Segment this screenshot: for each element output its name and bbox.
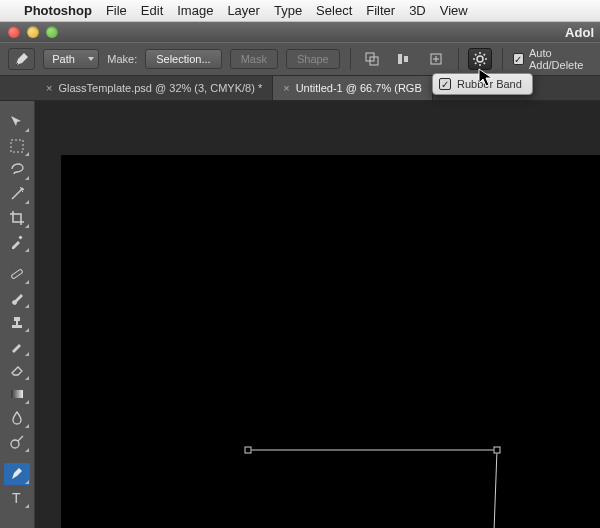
path-ops-icon — [364, 51, 380, 67]
menu-select[interactable]: Select — [316, 3, 352, 18]
svg-line-20 — [18, 436, 23, 441]
pen-tool-options-popover: ✓ Rubber Band — [432, 73, 533, 95]
menu-image[interactable]: Image — [177, 3, 213, 18]
window-minimize-button[interactable] — [27, 26, 39, 38]
pen-tool[interactable] — [4, 463, 30, 485]
divider — [458, 48, 459, 70]
macos-menubar: Photoshop File Edit Image Layer Type Sel… — [0, 0, 600, 22]
wand-icon — [8, 185, 26, 203]
tools-panel: T — [0, 101, 35, 528]
tool-mode-dropdown[interactable]: Path — [43, 49, 99, 69]
divider — [502, 48, 503, 70]
gear-icon — [472, 51, 488, 67]
close-icon[interactable]: × — [283, 82, 289, 94]
marquee-icon — [8, 137, 26, 155]
blur-tool[interactable] — [4, 407, 30, 429]
move-tool[interactable] — [4, 111, 30, 133]
eraser-tool[interactable] — [4, 359, 30, 381]
menu-view[interactable]: View — [440, 3, 468, 18]
brand-label: Adol — [565, 25, 594, 40]
svg-line-11 — [484, 63, 485, 64]
tool-mode-label: Path — [52, 53, 75, 65]
brush-tool[interactable] — [4, 287, 30, 309]
tab-title: GlassTemplate.psd @ 32% (3, CMYK/8) * — [58, 82, 262, 94]
marquee-tool[interactable] — [4, 135, 30, 157]
rubber-band-label: Rubber Band — [457, 78, 522, 90]
svg-rect-17 — [11, 269, 23, 279]
svg-point-19 — [11, 440, 19, 448]
type-icon: T — [8, 489, 26, 507]
document-tab[interactable]: × GlassTemplate.psd @ 32% (3, CMYK/8) * — [36, 76, 273, 100]
align-icon — [396, 51, 412, 67]
current-tool-indicator[interactable] — [8, 48, 35, 70]
eyedropper-tool[interactable] — [4, 231, 30, 253]
clone-stamp-tool[interactable] — [4, 311, 30, 333]
auto-add-delete-option[interactable]: ✓ Auto Add/Delete — [513, 47, 600, 71]
svg-rect-18 — [11, 390, 23, 398]
make-shape-button[interactable]: Shape — [286, 49, 340, 69]
close-icon[interactable]: × — [46, 82, 52, 94]
window-close-button[interactable] — [8, 26, 20, 38]
rubber-band-checkbox[interactable]: ✓ — [439, 78, 451, 90]
lasso-icon — [8, 161, 26, 179]
svg-line-12 — [475, 63, 476, 64]
arrange-icon — [428, 51, 444, 67]
gradient-icon — [8, 385, 26, 403]
gear-options-button[interactable] — [468, 48, 492, 70]
lasso-tool[interactable] — [4, 159, 30, 181]
path-overlay — [61, 155, 600, 528]
tab-title: Untitled-1 @ 66.7% (RGB — [296, 82, 422, 94]
app-menu[interactable]: Photoshop — [24, 3, 92, 18]
path-arrangement-button[interactable] — [424, 48, 448, 70]
divider — [350, 48, 351, 70]
history-brush-tool[interactable] — [4, 335, 30, 357]
path-operations-button[interactable] — [361, 48, 385, 70]
options-bar: Path Make: Selection... Mask Shape ✓ Aut… — [0, 42, 600, 76]
bandaid-icon — [8, 265, 26, 283]
svg-rect-14 — [11, 140, 23, 152]
canvas-area[interactable] — [35, 101, 600, 528]
svg-rect-2 — [398, 54, 402, 64]
make-selection-button[interactable]: Selection... — [145, 49, 221, 69]
auto-add-delete-label: Auto Add/Delete — [529, 47, 600, 71]
document-canvas[interactable] — [61, 155, 600, 528]
document-tab[interactable]: × Untitled-1 @ 66.7% (RGB — [273, 76, 433, 100]
path-anchor[interactable] — [494, 447, 501, 454]
menu-file[interactable]: File — [106, 3, 127, 18]
svg-line-10 — [475, 54, 476, 55]
menu-filter[interactable]: Filter — [366, 3, 395, 18]
gradient-tool[interactable] — [4, 383, 30, 405]
dodge-icon — [8, 433, 26, 451]
make-mask-button[interactable]: Mask — [230, 49, 278, 69]
pen-tool-icon — [13, 50, 31, 68]
brush-icon — [8, 289, 26, 307]
healing-brush-tool[interactable] — [4, 263, 30, 285]
pen-icon — [8, 465, 26, 483]
auto-add-delete-checkbox[interactable]: ✓ — [513, 53, 524, 65]
menu-type[interactable]: Type — [274, 3, 302, 18]
crop-tool[interactable] — [4, 207, 30, 229]
path-alignment-button[interactable] — [392, 48, 416, 70]
menu-3d[interactable]: 3D — [409, 3, 426, 18]
type-tool[interactable]: T — [4, 487, 30, 509]
svg-rect-16 — [18, 235, 22, 239]
history-brush-icon — [8, 337, 26, 355]
dodge-tool[interactable] — [4, 431, 30, 453]
move-icon — [8, 113, 26, 131]
magic-wand-tool[interactable] — [4, 183, 30, 205]
workspace: T — [0, 101, 600, 528]
path-anchor[interactable] — [245, 447, 252, 454]
menu-edit[interactable]: Edit — [141, 3, 163, 18]
menu-layer[interactable]: Layer — [227, 3, 260, 18]
eyedropper-icon — [8, 233, 26, 251]
blur-icon — [8, 409, 26, 427]
window-titlebar: Adol — [0, 22, 600, 42]
svg-text:T: T — [12, 490, 21, 506]
window-zoom-button[interactable] — [46, 26, 58, 38]
crop-icon — [8, 209, 26, 227]
eraser-icon — [8, 361, 26, 379]
make-label: Make: — [107, 53, 137, 65]
svg-point-5 — [477, 56, 483, 62]
svg-line-13 — [484, 54, 485, 55]
stamp-icon — [8, 313, 26, 331]
